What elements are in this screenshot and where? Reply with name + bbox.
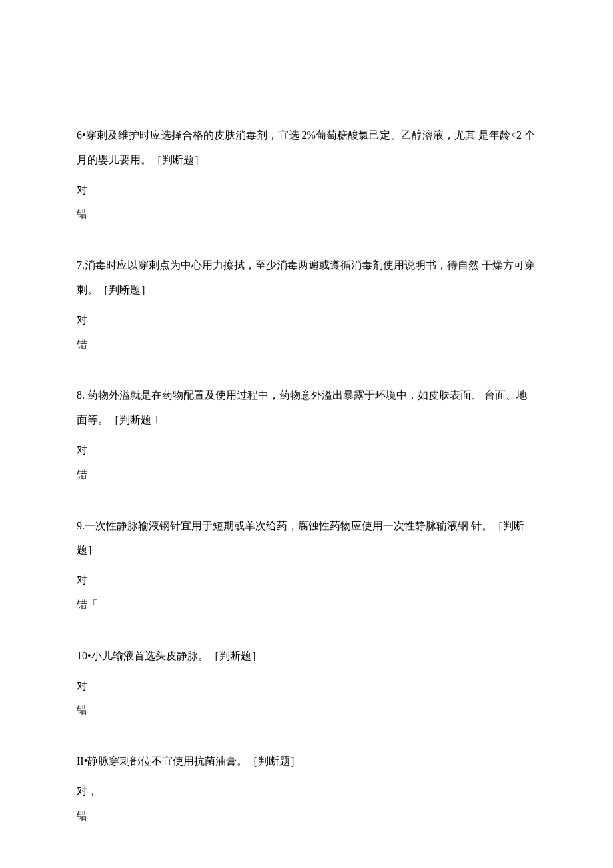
question-11: II•静脉穿刺部位不宜使用抗菌油膏。［判断题］ 对， 错 bbox=[77, 749, 536, 828]
question-7: 7.消毒时应以穿刺点为中心用力擦拭，至少消毒两遍或遵循消毒剂使用说明书，待自然 … bbox=[77, 253, 536, 357]
question-text: 8. 药物外溢就是在药物配置及使用过程中，药物意外溢出暴露于环境中，如皮肤表面、… bbox=[77, 383, 536, 433]
option-false: 错 bbox=[77, 698, 536, 723]
question-text: 6•穿刺及维护时应选择合格的皮肤消毒剂，宜选 2%葡萄糖酸氯己定、乙醇溶液，尤其… bbox=[77, 123, 536, 173]
option-false: 错 bbox=[77, 333, 536, 357]
option-true: 对 bbox=[77, 438, 536, 463]
option-true: 对 bbox=[77, 178, 536, 203]
option-false: 错「 bbox=[77, 593, 536, 617]
option-true: 对， bbox=[77, 779, 536, 804]
question-9: 9.一次性静脉输液钢针宜用于短期或单次给药，腐蚀性药物应使用一次性静脉输液钢 针… bbox=[77, 514, 536, 617]
option-true: 对 bbox=[77, 674, 536, 699]
question-6: 6•穿刺及维护时应选择合格的皮肤消毒剂，宜选 2%葡萄糖酸氯己定、乙醇溶液，尤其… bbox=[77, 123, 536, 227]
question-text: 7.消毒时应以穿刺点为中心用力擦拭，至少消毒两遍或遵循消毒剂使用说明书，待自然 … bbox=[77, 253, 536, 303]
option-false: 错 bbox=[77, 463, 536, 487]
option-false: 错 bbox=[77, 202, 536, 227]
question-text: 10•小儿输液首选头皮静脉。［判断题］ bbox=[77, 644, 536, 669]
option-true: 对 bbox=[77, 308, 536, 333]
question-8: 8. 药物外溢就是在药物配置及使用过程中，药物意外溢出暴露于环境中，如皮肤表面、… bbox=[77, 383, 536, 487]
option-true: 对 bbox=[77, 568, 536, 593]
question-text: 9.一次性静脉输液钢针宜用于短期或单次给药，腐蚀性药物应使用一次性静脉输液钢 针… bbox=[77, 514, 536, 563]
question-10: 10•小儿输液首选头皮静脉。［判断题］ 对 错 bbox=[77, 644, 536, 723]
option-false: 错 bbox=[77, 804, 536, 829]
question-text: II•静脉穿刺部位不宜使用抗菌油膏。［判断题］ bbox=[77, 749, 536, 774]
